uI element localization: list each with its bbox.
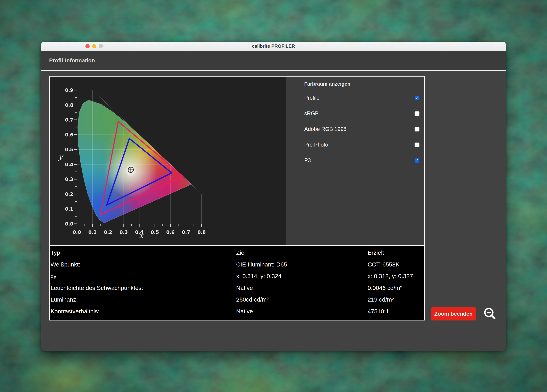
x-tick-label: 0.1 [88,230,97,235]
gamut-row-p3: P3 [286,153,424,168]
profile-info-panel: 0.0 0.1 0.2 0.3 0.4 0.5 0.6 0.7 0.8 [49,76,425,320]
cell-target: CIE Illuminant: D65 [236,261,368,268]
y-tick-label: 0.4 [65,162,73,167]
app-window: calibrite PROFILER Profil-Information [41,42,506,351]
checkbox-prophoto[interactable] [415,143,419,147]
window-titlebar[interactable]: calibrite PROFILER [41,42,506,51]
cell-target: Native [236,308,368,315]
gamut-label-p3: P3 [304,157,311,163]
cell-achieved: 47510:1 [368,308,424,315]
window-body: 0.0 0.1 0.2 0.3 0.4 0.5 0.6 0.7 0.8 [41,71,506,351]
x-tick-label: 0.2 [104,230,112,235]
table-row-xy: xy x: 0.314, y: 0.324 x: 0.312, y: 0.327 [51,270,424,282]
cell-achieved: CCT: 6558K [368,261,424,268]
gamut-row-profile: Profile [286,90,424,106]
checkbox-profile[interactable] [415,96,419,100]
table-row-blacklevel: Leuchtdichte des Schwachpunktes: Native … [51,282,424,294]
y-tick-label: 0.2 [65,191,73,197]
cell-label: Kontrastverhältnis: [51,308,236,315]
cell-target: x: 0.314, y: 0.324 [236,273,368,279]
white-point-marker [125,165,136,176]
col-header-typ: Typ [51,249,236,256]
table-row-luminance: Luminanz: 250cd cd/m² 219 cd/m² [51,294,424,305]
gamut-row-adobergb: Adobe RGB 1998 [286,121,424,137]
x-tick-label: 0.7 [182,230,190,235]
traffic-lights [85,44,103,48]
gamut-row-prophoto: Pro Photo [286,137,424,153]
page-title: Profil-Information [41,57,95,64]
gamut-label-profile: Profile [304,95,320,101]
y-tick-label: 0.8 [65,102,73,108]
y-tick-label: 0.5 [65,147,73,152]
gamut-label-prophoto: Pro Photo [304,142,328,148]
cell-achieved: 219 cd/m² [368,296,424,303]
cell-label: Luminanz: [51,296,236,303]
cell-achieved: x: 0.312, y: 0.327 [368,273,424,279]
table-row-contrast: Kontrastverhältnis: Native 47510:1 [51,305,424,317]
x-tick-label: 0.5 [151,230,159,235]
gamut-row-srgb: sRGB [286,106,424,121]
y-tick-label: 0.0 [65,221,73,227]
gamut-label-adobergb: Adobe RGB 1998 [304,126,346,132]
cell-achieved: 0.0046 cd/m² [368,284,424,291]
cell-target: Native [236,284,368,291]
table-row-whitepoint: Weißpunkt: CIE Illuminant: D65 CCT: 6558… [51,259,424,270]
close-button[interactable] [85,44,90,48]
col-header-ziel: Ziel [236,249,368,256]
gamut-panel: Farbraum anzeigen Profile sRGB Adobe RGB… [286,77,424,245]
checkbox-p3[interactable] [415,158,419,163]
y-tick-label: 0.9 [65,88,73,93]
profile-table: Typ Ziel Erzielt Weißpunkt: CIE Illumina… [50,246,424,317]
col-header-erzielt: Erzielt [368,249,424,256]
gamut-label-srgb: sRGB [304,110,319,117]
x-tick-label: 0.8 [198,230,206,235]
checkbox-srgb[interactable] [415,111,419,116]
x-tick-label: 0.6 [166,230,175,235]
gamut-panel-title: Farbraum anzeigen [304,81,424,87]
cell-target: 250cd cd/m² [236,296,368,303]
x-tick-label: 0.0 [73,230,81,235]
chromaticity-chart: 0.0 0.1 0.2 0.3 0.4 0.5 0.6 0.7 0.8 [50,77,286,245]
cell-label: xy [51,273,236,279]
minimize-button[interactable] [92,44,96,48]
cell-label: Weißpunkt: [51,261,236,268]
y-tick-label: 0.3 [65,176,73,182]
y-tick-label: 0.7 [65,117,73,122]
zoom-exit-button[interactable]: Zoom beenden [431,307,476,320]
table-header-row: Typ Ziel Erzielt [51,247,424,259]
y-tick-label: 0.6 [65,132,73,137]
checkbox-adobergb[interactable] [415,127,419,131]
fullscreen-button[interactable] [99,44,103,48]
window-title: calibrite PROFILER [41,42,506,51]
x-tick-label: 0.3 [119,230,128,235]
page-header: Profil-Information [41,51,506,71]
zoom-out-icon[interactable] [482,307,498,322]
cell-label: Leuchtdichte des Schwachpunktes: [51,284,236,291]
y-tick-label: 0.1 [65,206,73,212]
